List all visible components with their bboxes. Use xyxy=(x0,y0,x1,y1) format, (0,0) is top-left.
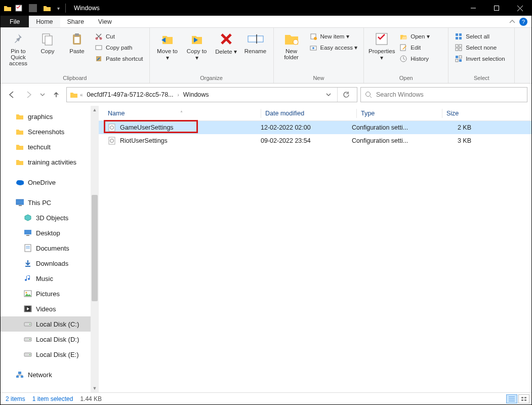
tab-home[interactable]: Home xyxy=(29,16,60,27)
nav-item-documents[interactable]: Documents xyxy=(1,240,91,256)
copy-path-button[interactable]: Copy path xyxy=(92,42,146,53)
paste-shortcut-icon xyxy=(95,55,103,63)
new-folder-button[interactable]: New folder xyxy=(277,29,306,62)
maximize-button[interactable] xyxy=(485,1,508,16)
file-type: Configuration setti... xyxy=(352,124,433,131)
select-none-button[interactable]: Select none xyxy=(452,42,511,53)
file-size: 3 KB xyxy=(433,137,478,144)
nav-item-local-disk-d-[interactable]: Local Disk (D:) xyxy=(1,332,91,347)
nav-item-3d-objects[interactable]: 3D Objects xyxy=(1,210,91,225)
refresh-button[interactable] xyxy=(337,88,355,102)
nav-label: Pictures xyxy=(36,290,60,298)
nav-item-local-disk-c-[interactable]: Local Disk (C:) xyxy=(1,316,91,332)
col-date[interactable]: Date modified xyxy=(265,110,356,117)
help-button[interactable]: ? xyxy=(519,18,527,26)
move-to-button[interactable]: Move to ▾ xyxy=(153,29,182,63)
rename-icon xyxy=(248,31,264,47)
file-list: Name˄ Date modified Type Size GameUserSe… xyxy=(99,106,531,392)
easy-access-button[interactable]: Easy access ▾ xyxy=(306,42,361,53)
open-button[interactable]: Open ▾ xyxy=(396,31,445,42)
search-input[interactable]: Search Windows xyxy=(360,87,527,102)
scroll-down-button[interactable]: ▼ xyxy=(91,384,99,392)
new-item-button[interactable]: New item ▾ xyxy=(306,31,361,42)
file-row[interactable]: GameUserSettings12-02-2022 02:00Configur… xyxy=(99,121,531,134)
scroll-up-button[interactable]: ▲ xyxy=(91,106,99,114)
svg-rect-26 xyxy=(456,45,458,47)
rename-button[interactable]: Rename xyxy=(241,29,270,56)
onedrive-icon xyxy=(16,178,24,186)
crumb-2[interactable]: Windows xyxy=(181,91,211,98)
pictures-icon xyxy=(24,290,32,298)
folder-icon xyxy=(16,143,24,151)
col-type[interactable]: Type xyxy=(361,110,442,117)
column-headers[interactable]: Name˄ Date modified Type Size xyxy=(99,106,531,121)
copy-button[interactable]: Copy xyxy=(33,29,62,56)
invert-selection-button[interactable]: Invert selection xyxy=(452,53,511,64)
svg-rect-69 xyxy=(521,399,523,401)
nav-item-graphics[interactable]: graphics xyxy=(1,109,91,124)
tab-share[interactable]: Share xyxy=(60,16,91,27)
svg-rect-68 xyxy=(524,397,526,398)
cut-button[interactable]: Cut xyxy=(92,31,146,42)
pin-quick-access-button[interactable]: Pin to Quick access xyxy=(4,29,33,68)
qat-dropdown-icon[interactable]: ▾ xyxy=(54,4,62,12)
nav-item-network[interactable]: Network xyxy=(1,367,91,382)
nav-item-techcult[interactable]: techcult xyxy=(1,139,91,154)
nav-item-desktop[interactable]: Desktop xyxy=(1,225,91,240)
paste-shortcut-button[interactable]: Paste shortcut xyxy=(92,53,146,64)
copy-to-button[interactable]: Copy to ▾ xyxy=(182,29,212,63)
paste-button[interactable]: Paste xyxy=(62,29,92,56)
delete-button[interactable]: Delete ▾ xyxy=(212,29,241,57)
nav-item-videos[interactable]: Videos xyxy=(1,301,91,316)
col-name[interactable]: Name xyxy=(108,110,125,117)
music-icon xyxy=(24,274,32,282)
address-dropdown-button[interactable] xyxy=(322,92,335,97)
file-row[interactable]: RiotUserSettings09-02-2022 23:54Configur… xyxy=(99,134,531,147)
nav-scrollbar[interactable]: ▲ ▼ xyxy=(91,106,99,392)
close-button[interactable] xyxy=(508,1,531,16)
history-button[interactable]: History xyxy=(396,53,445,64)
nav-item-this-pc[interactable]: This PC xyxy=(1,195,91,210)
nav-item-local-disk-e-[interactable]: Local Disk (E:) xyxy=(1,347,91,362)
nav-item-pictures[interactable]: Pictures xyxy=(1,286,91,301)
crumb-sep-icon[interactable]: « xyxy=(80,92,83,98)
search-icon xyxy=(365,91,372,98)
properties-qat-icon[interactable] xyxy=(15,4,23,12)
folder-icon xyxy=(16,128,24,136)
nav-label: This PC xyxy=(28,199,51,207)
status-size: 1.44 KB xyxy=(80,395,102,402)
minimize-button[interactable] xyxy=(462,1,485,16)
svg-rect-24 xyxy=(456,37,458,39)
large-icons-view-button[interactable] xyxy=(518,394,529,403)
nav-item-downloads[interactable]: Downloads xyxy=(1,256,91,271)
nav-item-screenshots[interactable]: Screenshots xyxy=(1,124,91,139)
crumb-sep-icon[interactable]: › xyxy=(178,92,179,98)
nav-item-music[interactable]: Music xyxy=(1,271,91,286)
breadcrumb-box[interactable]: « 0ecfdf71-497a-5712-8cc5-78... › Window… xyxy=(66,87,357,102)
properties-button[interactable]: Properties ▾ xyxy=(367,29,396,63)
titlebar[interactable]: ▾ Windows xyxy=(1,1,531,16)
file-date: 12-02-2022 02:00 xyxy=(261,124,352,131)
up-button[interactable] xyxy=(49,88,63,102)
back-button[interactable] xyxy=(5,88,19,102)
nav-label: 3D Objects xyxy=(36,214,68,222)
config-file-icon xyxy=(108,124,116,132)
group-label-clipboard: Clipboard xyxy=(63,75,87,83)
details-view-button[interactable] xyxy=(506,394,517,403)
tab-view[interactable]: View xyxy=(91,16,119,27)
tab-file[interactable]: File xyxy=(1,16,29,27)
svg-rect-57 xyxy=(18,372,21,374)
forward-button[interactable] xyxy=(22,88,36,102)
window-title: Windows xyxy=(74,5,100,12)
nav-item-training-activities[interactable]: training activities xyxy=(1,154,91,170)
col-size[interactable]: Size xyxy=(446,110,492,117)
crumb-1[interactable]: 0ecfdf71-497a-5712-8cc5-78... xyxy=(85,91,176,98)
svg-rect-10 xyxy=(96,46,102,50)
edit-button[interactable]: Edit xyxy=(396,42,445,53)
nav-item-onedrive[interactable]: OneDrive xyxy=(1,175,91,190)
scroll-thumb[interactable] xyxy=(92,195,98,301)
collapse-ribbon-button[interactable] xyxy=(505,16,519,27)
file-size: 2 KB xyxy=(433,124,478,131)
recent-button[interactable] xyxy=(39,88,46,102)
select-all-button[interactable]: Select all xyxy=(452,31,511,42)
